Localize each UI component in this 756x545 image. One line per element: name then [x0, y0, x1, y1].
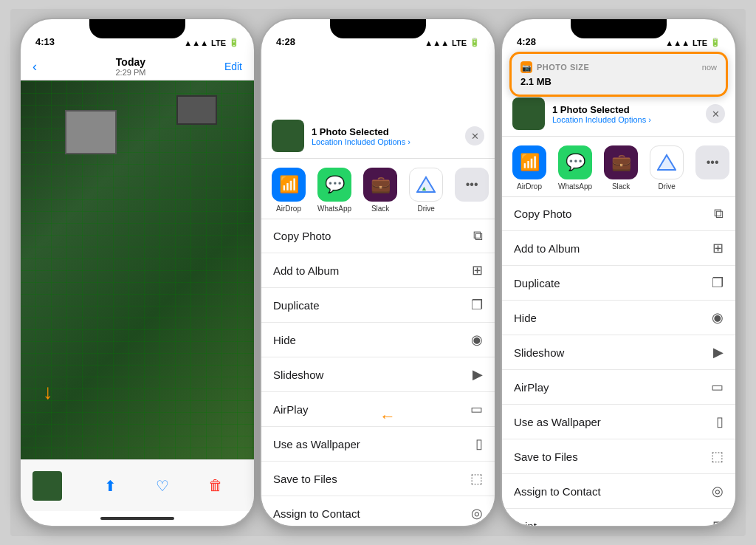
signal-icon: ▲▲▲ — [184, 38, 208, 47]
menu-save-files-2[interactable]: Save to Files ⬚ — [261, 462, 495, 496]
more-app-3[interactable]: ••• — [695, 145, 729, 191]
drive-label: Drive — [417, 205, 434, 213]
time-1: 4:13 — [35, 36, 55, 47]
wallpaper-label-2: Use as Wallpaper — [273, 438, 360, 450]
phone2-content: 1 Photo Selected Location Included Optio… — [261, 52, 495, 526]
menu-add-album-2[interactable]: Add to Album ⊞ — [261, 253, 495, 288]
photo-size-arrow: ← — [379, 407, 396, 426]
battery-icon: 🔋 — [229, 38, 239, 47]
duplicate-icon-2: ❐ — [471, 297, 483, 313]
whatsapp-app-3[interactable]: 💬 WhatsApp — [558, 145, 592, 191]
airdrop-icon-3: 📶 — [512, 145, 546, 179]
airplay-label-3: AirPlay — [514, 381, 549, 394]
slack-app-3[interactable]: 💼 Slack — [604, 145, 638, 191]
share-icon[interactable]: ⬆ — [104, 477, 117, 495]
add-album-icon-3: ⊞ — [712, 240, 724, 256]
share-info-3: 1 Photo Selected Location Included Optio… — [552, 104, 706, 124]
share-title-2: 1 Photo Selected — [312, 126, 465, 137]
menu-wallpaper-2[interactable]: Use as Wallpaper ▯ — [261, 427, 495, 462]
wallpaper-icon-2: ▯ — [475, 436, 483, 452]
chip-component — [65, 110, 117, 154]
slack-app[interactable]: 💼 Slack — [363, 168, 397, 213]
status-icons-2: ▲▲▲ LTE 🔋 — [425, 38, 480, 47]
menu-contact-3[interactable]: Assign to Contact ◎ — [502, 474, 735, 509]
close-button-3[interactable]: ✕ — [706, 104, 725, 123]
location-label: Location Included — [312, 137, 375, 146]
copy-photo-icon-2: ⧉ — [473, 228, 483, 244]
airdrop-label-3: AirDrop — [517, 182, 542, 191]
menu-airplay-2[interactable]: AirPlay ▭ — [261, 392, 495, 427]
drive-app[interactable]: ▲ Drive — [409, 168, 443, 213]
circuit-board-bg — [21, 80, 254, 459]
nav-title: Today — [115, 56, 145, 68]
drive-app-3[interactable]: Drive — [650, 145, 684, 191]
options-link[interactable]: Options › — [377, 137, 410, 146]
add-album-label-2: Add to Album — [273, 264, 339, 277]
delete-icon[interactable]: 🗑 — [208, 477, 223, 494]
menu-print-3[interactable]: Print ⊟ — [502, 509, 735, 526]
airdrop-icon: 📶 — [272, 168, 306, 202]
more-app[interactable]: ••• — [455, 168, 489, 213]
add-album-label-3: Add to Album — [514, 242, 580, 255]
carrier-2: LTE — [452, 38, 467, 47]
phone-1: 4:13 ▲▲▲ LTE 🔋 ‹ Today 2:29 PM Edit ↓ — [19, 18, 255, 527]
menu-add-album-3[interactable]: Add to Album ⊞ — [502, 231, 735, 266]
share-sheet-2: 1 Photo Selected Location Included Optio… — [261, 111, 495, 526]
whatsapp-label: WhatsApp — [317, 205, 351, 213]
back-button[interactable]: ‹ — [32, 59, 37, 75]
menu-hide-2[interactable]: Hide ◉ — [261, 323, 495, 357]
notch-1 — [89, 19, 185, 38]
notif-app-name: PHOTO SIZE — [537, 63, 589, 72]
airdrop-app-3[interactable]: 📶 AirDrop — [512, 145, 546, 191]
contact-label-3: Assign to Contact — [514, 485, 601, 498]
battery-icon-2: 🔋 — [470, 38, 480, 47]
like-icon[interactable]: ♡ — [156, 477, 169, 495]
drive-label-3: Drive — [658, 182, 675, 191]
duplicate-icon-3: ❐ — [712, 275, 724, 291]
notch-3 — [571, 19, 667, 38]
menu-save-files-3[interactable]: Save to Files ⬚ — [502, 439, 735, 474]
arrow-down-indicator: ↓ — [43, 380, 53, 404]
slack-label-3: Slack — [612, 182, 630, 191]
copy-photo-label-3: Copy Photo — [514, 208, 571, 220]
signal-icon-3: ▲▲▲ — [665, 38, 690, 47]
menu-copy-photo-3[interactable]: Copy Photo ⧉ — [502, 197, 735, 231]
notif-app-icon: 📷 — [520, 61, 532, 73]
print-icon-3: ⊟ — [712, 518, 724, 526]
slack-icon-3: 💼 — [604, 145, 638, 179]
share-header-2: 1 Photo Selected Location Included Optio… — [261, 111, 495, 159]
home-bar-1 — [100, 517, 174, 520]
menu-slideshow-2[interactable]: Slideshow ▶ — [261, 357, 495, 392]
edit-button[interactable]: Edit — [224, 61, 242, 72]
copy-photo-label-2: Copy Photo — [273, 230, 331, 242]
menu-duplicate-2[interactable]: Duplicate ❐ — [261, 288, 495, 323]
menu-duplicate-3[interactable]: Duplicate ❐ — [502, 266, 735, 301]
time-2: 4:28 — [276, 36, 295, 47]
whatsapp-app[interactable]: 💬 WhatsApp — [317, 168, 351, 213]
close-button-2[interactable]: ✕ — [465, 126, 484, 145]
menu-wallpaper-3[interactable]: Use as Wallpaper ▯ — [502, 405, 735, 439]
notch-2 — [330, 19, 426, 38]
airdrop-app[interactable]: 📶 AirDrop — [272, 168, 306, 213]
battery-icon-3: 🔋 — [710, 38, 721, 47]
menu-contact-2[interactable]: Assign to Contact ◎ — [261, 496, 495, 526]
print-label-3: Print — [514, 520, 537, 527]
menu-list-2: Copy Photo ⧉ Add to Album ⊞ Duplicate ❐ … — [261, 219, 495, 526]
drive-icon: ▲ — [409, 168, 443, 202]
wallpaper-label-3: Use as Wallpaper — [514, 416, 601, 428]
menu-copy-photo-2[interactable]: Copy Photo ⧉ — [261, 219, 495, 253]
menu-slideshow-3[interactable]: Slideshow ▶ — [502, 335, 735, 370]
phone-3: 4:28 ▲▲▲ LTE 🔋 📷 PHOTO SIZE now 2.1 MB — [501, 18, 737, 527]
share-sub-3: Location Included Options › — [552, 115, 706, 124]
slideshow-icon-2: ▶ — [472, 366, 483, 383]
photo-action-buttons: ⬆ ♡ 🗑 — [84, 477, 242, 495]
hide-label-3: Hide — [514, 312, 537, 324]
menu-hide-3[interactable]: Hide ◉ — [502, 301, 735, 335]
notif-time: now — [702, 63, 717, 72]
options-link-3[interactable]: Options › — [618, 115, 651, 124]
menu-airplay-3[interactable]: AirPlay ▭ — [502, 370, 735, 405]
notif-header: 📷 PHOTO SIZE now — [520, 61, 717, 73]
photo-area: ↓ — [21, 80, 254, 459]
more-icon: ••• — [455, 168, 489, 202]
slideshow-icon-3: ▶ — [713, 344, 724, 360]
